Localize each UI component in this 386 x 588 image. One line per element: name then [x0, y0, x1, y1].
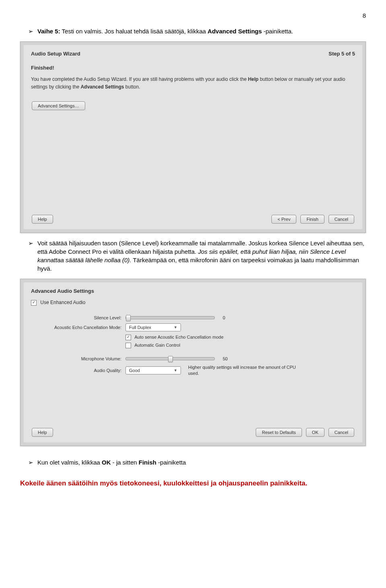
silence-level-label: Silence Level: [31, 315, 125, 320]
finish-ok: OK [102, 459, 111, 466]
finish-finish: Finish [139, 459, 156, 466]
agc-checkbox[interactable] [125, 343, 131, 348]
help-button[interactable]: Help [32, 428, 53, 437]
wizard-title: Audio Setup Wizard [31, 51, 80, 57]
red-hint-text: Kokeile äänen säätöihin myös tietokonees… [20, 479, 366, 488]
wizard-step: Step 5 of 5 [329, 51, 355, 57]
finish-button[interactable]: Finish [300, 215, 324, 224]
wizard-text-e: button. [125, 84, 140, 90]
auto-sense-label: Auto sense Acoustic Echo Cancellation mo… [134, 335, 223, 339]
ok-button[interactable]: OK [306, 428, 324, 437]
agc-label: Automatic Gain Control [134, 343, 180, 347]
step5-prefix: Vaihe 5: [37, 28, 60, 35]
step5-bold: Advanced Settings [207, 28, 262, 35]
paragraph-silence: ➢ Voit säätää hiljaisuuden tason (Silenc… [20, 239, 366, 273]
silence-level-value: 0 [223, 315, 225, 320]
page-number: 8 [20, 12, 366, 19]
finish-text-a: Kun olet valmis, klikkaa [37, 459, 102, 466]
echo-mode-select[interactable]: Full Duplex ▼ [125, 323, 181, 331]
echo-mode-value: Full Duplex [129, 325, 151, 330]
bullet-arrow-icon: ➢ [28, 458, 33, 467]
bullet-arrow-icon: ➢ [28, 27, 33, 35]
mic-volume-label: Microphone Volume: [31, 356, 125, 361]
step5-text: Testi on valmis. Jos haluat tehdä lisää … [62, 28, 208, 35]
silence-level-slider[interactable] [125, 316, 215, 319]
chevron-down-icon: ▼ [174, 368, 177, 372]
step5-suffix: -painiketta. [264, 28, 293, 35]
audio-quality-value: Good [129, 368, 140, 373]
wizard-text-adv: Advanced Settings [80, 84, 124, 90]
auto-sense-checkbox[interactable] [125, 335, 131, 340]
echo-mode-label: Acoustic Echo Cancellation Mode: [31, 325, 125, 330]
chevron-down-icon: ▼ [174, 325, 177, 329]
advanced-title: Advanced Audio Settings [31, 288, 355, 294]
paragraph-finish: ➢ Kun olet valmis, klikkaa OK - ja sitte… [20, 458, 366, 467]
advanced-audio-dialog: Advanced Audio Settings Use Enhanced Aud… [20, 279, 366, 446]
reset-defaults-button[interactable]: Reset to Defaults [256, 428, 302, 437]
mic-volume-slider[interactable] [125, 357, 215, 360]
bullet-arrow-icon: ➢ [28, 239, 33, 273]
wizard-subtitle: Finished! [31, 65, 355, 71]
enhanced-audio-checkbox[interactable] [31, 300, 37, 306]
paragraph-step5: ➢ Vaihe 5: Testi on valmis. Jos haluat t… [20, 27, 366, 35]
mic-volume-value: 50 [223, 356, 228, 361]
help-button[interactable]: Help [32, 215, 53, 224]
audio-wizard-dialog: Audio Setup Wizard Step 5 of 5 Finished!… [20, 41, 366, 233]
audio-quality-label: Audio Quality: [31, 368, 125, 373]
wizard-text-a: You have completed the Audio Setup Wizar… [31, 76, 248, 82]
advanced-settings-button[interactable]: Advanced Settings… [32, 101, 85, 110]
audio-quality-hint: Higher quality settings will increase th… [188, 364, 297, 377]
wizard-finished-text: You have completed the Audio Setup Wizar… [31, 76, 355, 91]
finish-text-c: - ja sitten [113, 459, 139, 466]
audio-quality-select[interactable]: Good ▼ [125, 366, 181, 374]
prev-button[interactable]: < Prev [271, 215, 296, 224]
enhanced-audio-label: Use Enhanced Audio [40, 300, 85, 305]
finish-text-e: -painiketta [158, 459, 186, 466]
wizard-text-help: Help [248, 76, 259, 82]
cancel-button[interactable]: Cancel [329, 215, 354, 224]
cancel-button[interactable]: Cancel [329, 428, 354, 437]
